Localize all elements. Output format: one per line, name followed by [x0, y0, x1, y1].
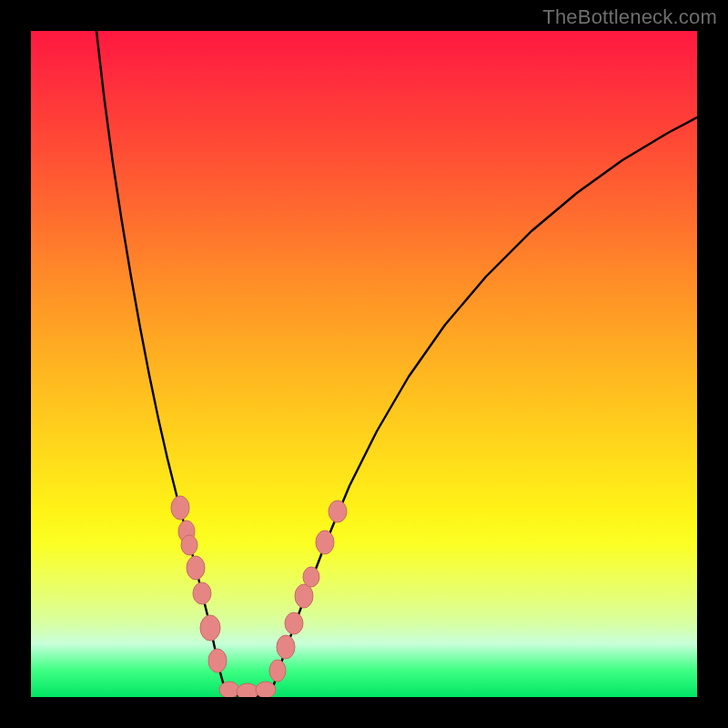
bead-left-0	[171, 496, 189, 520]
bead-right-2	[285, 612, 303, 634]
bead-left-4	[193, 582, 211, 604]
bead-right-1	[277, 635, 295, 659]
bead-bottom-2	[256, 682, 276, 697]
bead-right-3	[295, 584, 313, 608]
bead-left-6	[208, 649, 227, 672]
bead-right-5	[316, 531, 334, 554]
outer-frame: TheBottleneck.com	[0, 0, 728, 728]
bottleneck-curve	[96, 31, 697, 697]
bead-left-2	[181, 535, 197, 555]
plot-area	[31, 31, 697, 697]
bead-left-5	[200, 615, 220, 641]
bead-right-6	[329, 500, 347, 522]
bead-left-3	[187, 556, 205, 580]
bead-bottom-0	[219, 682, 239, 697]
bead-right-4	[303, 567, 319, 587]
bead-bottom-1	[237, 683, 258, 697]
bead-right-0	[269, 660, 286, 682]
watermark-text: TheBottleneck.com	[542, 5, 717, 29]
bottleneck-curve-chart	[31, 31, 697, 697]
